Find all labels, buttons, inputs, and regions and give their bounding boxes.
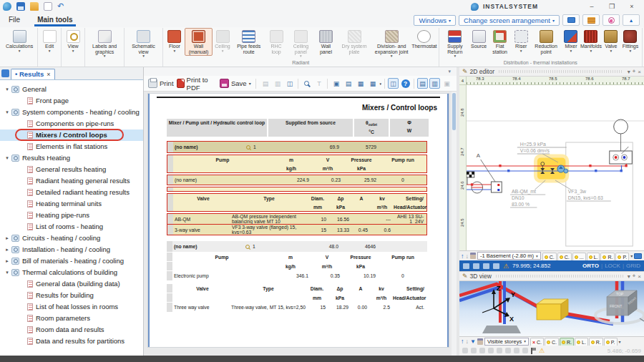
single-page-view-icon[interactable]: ▤ bbox=[417, 78, 428, 89]
zoom-icon[interactable] bbox=[301, 78, 312, 89]
tool-icon-4[interactable] bbox=[488, 348, 494, 353]
chevron-icon[interactable]: ▸ bbox=[3, 233, 11, 244]
chevron-down-icon[interactable]: ▾ bbox=[448, 69, 451, 74]
layer-tab-l[interactable]: L. bbox=[587, 253, 600, 260]
new-file-icon[interactable] bbox=[44, 2, 52, 11]
ribbon-button-edit[interactable]: Edit▾ bbox=[40, 28, 59, 54]
pages-grid-icon[interactable]: ▦ bbox=[367, 78, 378, 89]
tree-item-heating-terminal-units[interactable]: Heating terminal units bbox=[0, 198, 143, 210]
tool-icon-5[interactable] bbox=[497, 348, 502, 353]
ribbon-button-thermostat[interactable]: Thermostat bbox=[412, 28, 436, 51]
tool-icon-6[interactable] bbox=[505, 348, 511, 353]
collapse-ribbon-button[interactable]: ▴ bbox=[623, 14, 640, 26]
ribbon-button-reduction-point[interactable]: Reduction point bbox=[531, 28, 561, 56]
tree-item-data-and-results-for-partitions[interactable]: Data and results for partitions bbox=[0, 336, 143, 347]
tree-item-elements-in-flat-stations[interactable]: Elements in flat stations bbox=[0, 141, 143, 152]
tree-item-room-data-and-results[interactable]: Room data and results bbox=[0, 324, 143, 336]
ribbon-button-division-and-expansion-joint[interactable]: Division- and expansion joint▾ bbox=[371, 28, 411, 59]
chevron-icon[interactable]: ▾ bbox=[3, 107, 11, 118]
close-icon[interactable]: × bbox=[638, 69, 641, 75]
ribbon-button-mixer[interactable]: Mixer▾ bbox=[562, 28, 580, 54]
layer-tab-c[interactable]: ×C. bbox=[530, 338, 544, 346]
close-icon[interactable]: × bbox=[638, 273, 641, 280]
layer-tab-r[interactable]: R. bbox=[589, 338, 603, 346]
ribbon-button-source[interactable]: Source bbox=[469, 28, 488, 51]
tree-item-results-for-building[interactable]: Results for building bbox=[0, 290, 143, 301]
mode-grid[interactable]: GRID bbox=[626, 263, 640, 269]
fit-page-icon[interactable]: ▣ bbox=[331, 78, 341, 89]
filter-icon[interactable]: ▼ bbox=[470, 338, 476, 345]
close-button[interactable]: × bbox=[623, 1, 641, 12]
section-title-row[interactable]: (no name)169.95729 bbox=[167, 142, 426, 152]
ribbon-button-calculations[interactable]: Calculations▾ bbox=[4, 28, 35, 54]
app-drop-icon[interactable] bbox=[3, 2, 11, 11]
undo-icon[interactable]: ↶ bbox=[57, 2, 64, 11]
ribbon-button-fittings[interactable]: Fittings▾ bbox=[621, 28, 640, 54]
ribbon-button-floor[interactable]: Floor▾ bbox=[165, 28, 184, 54]
pin-icon[interactable]: ⌖ bbox=[633, 273, 636, 280]
chevron-down-icon[interactable]: ▾ bbox=[628, 69, 630, 75]
layer-tab-c[interactable]: C. bbox=[557, 253, 572, 260]
status-icon-4[interactable] bbox=[493, 263, 499, 269]
facing-pages-icon[interactable]: ▦ bbox=[355, 78, 366, 89]
tree-item-circuits-heating-cooling[interactable]: ▸Circuits - heating / cooling bbox=[0, 233, 143, 244]
tool-icon-3[interactable] bbox=[479, 348, 485, 353]
layer-tab-[interactable]: ... bbox=[572, 253, 586, 260]
ink-drop-button[interactable] bbox=[602, 14, 620, 26]
layer-tab-p[interactable]: P. bbox=[615, 253, 629, 260]
tree-item-general[interactable]: ▾General bbox=[0, 84, 143, 95]
status-icon-2[interactable] bbox=[473, 263, 479, 269]
chevron-icon[interactable]: ▾ bbox=[3, 152, 11, 164]
ribbon-button-pipe-feeds-route[interactable]: Pipe feeds route bbox=[233, 28, 265, 56]
page-setup-icon[interactable]: ◫ bbox=[284, 78, 295, 89]
document-scrollbar[interactable] bbox=[452, 92, 457, 356]
layers-button[interactable] bbox=[582, 14, 600, 26]
continuous-scroll-icon[interactable]: ◫ bbox=[388, 78, 399, 89]
tree-item-installation-heating-cooling[interactable]: ▸Installation - heating / cooling bbox=[0, 244, 143, 255]
tree-item-room-parameters[interactable]: Room parameters bbox=[0, 313, 143, 324]
tree-item-list-of-heat-losses-in-rooms[interactable]: List of heat losses in rooms bbox=[0, 301, 143, 313]
ribbon-button-flat-station[interactable]: Flat station bbox=[489, 28, 511, 56]
close-tab-icon[interactable]: × bbox=[47, 71, 50, 78]
3d-canvas[interactable]: Z Y X TOP FRONT RIGHT bbox=[459, 281, 644, 336]
more-tabs-icon[interactable]: ▾ bbox=[619, 339, 621, 344]
menu-tab-file[interactable]: File bbox=[0, 14, 29, 26]
tree-item-detailed-radiant-heating-results[interactable]: Detailed radiant heating results bbox=[0, 187, 143, 198]
ribbon-button-manifolds[interactable]: Manifolds▾ bbox=[581, 28, 601, 54]
tree-item-front-page[interactable]: Front page bbox=[0, 95, 143, 107]
mode-orto[interactable]: ORTO bbox=[582, 263, 599, 269]
tool-icon-1[interactable] bbox=[462, 348, 468, 353]
tree-item-radiant-heating-general-results[interactable]: Radiant heating general results bbox=[0, 175, 143, 187]
monitor-button[interactable] bbox=[562, 14, 580, 26]
tool-icon-7[interactable] bbox=[514, 348, 519, 353]
chevron-down-icon[interactable]: ▾ bbox=[628, 273, 630, 280]
tree-item-general-results-heating[interactable]: General results heating bbox=[0, 164, 143, 175]
help-icon[interactable]: ? bbox=[400, 78, 411, 89]
print-button[interactable]: Print bbox=[148, 79, 174, 88]
tool-icon-8[interactable] bbox=[522, 348, 528, 353]
windows-button[interactable]: Windows▾ bbox=[414, 15, 456, 26]
tree-item-list-of-rooms-heating[interactable]: List of rooms - heating bbox=[0, 221, 143, 233]
ribbon-button-labels-and-graphics[interactable]: Labels and graphics▾ bbox=[87, 28, 122, 59]
tree-item-system-components-heating-cooling[interactable]: ▾System components - heating / cooling bbox=[0, 107, 143, 118]
print-to-pdf-button[interactable]: Print to PDF bbox=[177, 76, 217, 92]
layer-tab-r[interactable]: R. bbox=[600, 253, 615, 260]
minimize-button[interactable]: – bbox=[582, 1, 601, 12]
storey-select[interactable]: -1 Basement (-2.80 m)▾ bbox=[477, 252, 541, 260]
change-screen-arrangement-button[interactable]: Change screen arrangement▾ bbox=[459, 15, 560, 26]
layer-tab-l[interactable]: L. bbox=[575, 338, 588, 346]
ribbon-button-wall-manual[interactable]: Wall (manual) bbox=[185, 28, 213, 56]
storey-up-icon[interactable]: ↑ bbox=[461, 338, 464, 345]
layer-tab-c[interactable]: C. bbox=[542, 253, 557, 260]
layer-tab-p[interactable]: P. bbox=[604, 338, 618, 346]
ribbon-button-wall-panel[interactable]: Wall panel bbox=[315, 28, 337, 56]
chevron-icon[interactable]: ▾ bbox=[3, 267, 11, 278]
ribbon-button-supply-return[interactable]: Supply Return▾ bbox=[441, 28, 469, 59]
ribbon-button-view[interactable]: View▾ bbox=[64, 28, 82, 54]
pin-icon[interactable]: ⌖ bbox=[633, 68, 636, 75]
storey-up-icon[interactable]: ↑ bbox=[461, 253, 464, 260]
maximize-button[interactable]: ❒ bbox=[602, 1, 621, 12]
chevron-icon[interactable]: ▸ bbox=[3, 255, 11, 267]
tree-item-results-heating[interactable]: ▾Results Heating bbox=[0, 152, 143, 164]
tree-item-heating-pipe-runs[interactable]: Heating pipe-runs bbox=[0, 210, 143, 221]
